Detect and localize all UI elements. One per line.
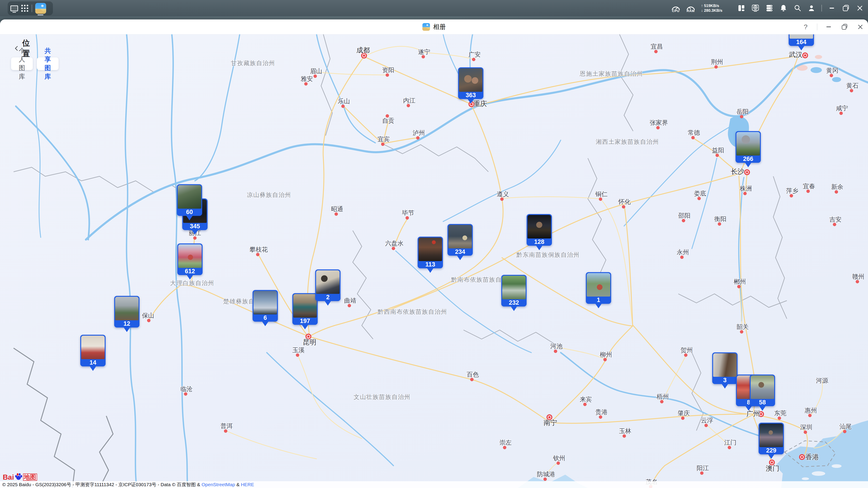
map-label-city: 永州 (677, 248, 689, 256)
photo-cluster-marker[interactable]: 2 (315, 269, 341, 301)
map-label-city: 资阳 (382, 66, 394, 74)
cpu-label: CPU (672, 9, 679, 12)
map-canvas[interactable]: 甘孜藏族自治州凉山彝族自治州大理白族自治州楚雄彝族自治州文山壮族苗族自治州黔西南… (0, 34, 868, 488)
launcher-grid-icon[interactable] (21, 5, 29, 12)
shutter-minimize-icon[interactable] (828, 4, 836, 12)
map-label-city: 普洱 (220, 422, 232, 430)
ram-label: RAM (687, 9, 695, 12)
ram-monitor-icon[interactable]: RAM (686, 4, 695, 12)
map-label-city: 新余 (831, 183, 843, 191)
openstreetmap-link[interactable]: OpenStreetMap (202, 482, 235, 487)
photo-cluster-marker[interactable]: 3 (712, 352, 738, 384)
map-label-city: 遂宁 (418, 48, 430, 56)
tab-shared-gallery[interactable]: 共享图库 (37, 57, 59, 70)
photo-cluster-marker[interactable]: 266 (736, 131, 761, 163)
photo-cluster-marker[interactable]: 128 (527, 214, 552, 246)
map-label-region: 黔东南苗族侗族自治州 (517, 251, 580, 259)
map-label-city: 韶关 (736, 323, 749, 331)
photo-cluster-marker[interactable]: 58 (750, 375, 775, 406)
upload-speed: ↑ 519KB/s (701, 3, 723, 8)
photo-cluster-marker[interactable]: 234 (447, 224, 473, 256)
cluster-photo-count: 234 (447, 249, 473, 256)
map-label-city: 惠州 (805, 406, 817, 415)
active-app-indicator (37, 14, 43, 15)
minimize-button[interactable] (824, 22, 833, 31)
cluster-photo-count: 2 (315, 294, 341, 301)
map-label-city: 萍乡 (786, 187, 798, 195)
map-label-city: 保山 (142, 312, 154, 320)
map-label-city: 株洲 (740, 185, 752, 193)
cluster-photo-thumbnail (178, 245, 202, 268)
photo-cluster-marker[interactable]: 14 (80, 335, 105, 366)
download-speed: ↓ 280.3KB/s (701, 8, 723, 13)
help-button[interactable]: ? (801, 22, 810, 31)
map-label-region: 恩施土家族苗族自治州 (580, 70, 643, 78)
user-account-icon[interactable] (807, 4, 815, 12)
notification-bell-icon[interactable] (779, 4, 787, 12)
map-label-city: 铜仁 (595, 190, 608, 198)
server-list-icon[interactable] (765, 4, 774, 12)
map-label-city: 云浮 (701, 416, 713, 424)
attribution-text: © 2025 Baidu - GS(2023)3206号 - 甲测资字11111… (2, 482, 202, 487)
windows-overlap-icon[interactable] (842, 4, 850, 12)
photo-cluster-marker[interactable]: 363 (458, 67, 484, 99)
map-label-city: 贺州 (681, 346, 693, 354)
map-label-city: 钦州 (553, 454, 565, 462)
tab-personal-gallery[interactable]: 个人图库 (11, 57, 33, 70)
baidu-logo-text: Bai (3, 474, 14, 481)
map-label-city: 江门 (724, 438, 736, 447)
cluster-photo-count: 3 (712, 377, 738, 384)
cluster-photo-thumbnail (751, 376, 774, 399)
map-label-city: 益阳 (712, 146, 724, 154)
cluster-photo-thumbnail (316, 270, 340, 294)
map-label-city: 常德 (688, 129, 700, 137)
cluster-photo-thumbnail (253, 291, 277, 315)
map-label-capital: 香港 (805, 453, 819, 462)
close-button[interactable] (856, 22, 865, 31)
remote-display-icon[interactable] (751, 4, 760, 12)
system-top-bar: CPU RAM ↑ 519KB/s ↓ 280.3KB/s (0, 0, 868, 16)
map-label-region: 凉山彝族自治州 (247, 191, 291, 199)
map-label-city: 贵港 (595, 408, 608, 416)
cluster-photo-thumbnail (713, 353, 737, 377)
map-label-city: 阳江 (696, 464, 709, 472)
photo-cluster-marker[interactable]: 229 (758, 423, 784, 454)
baidu-paw-icon (14, 473, 23, 481)
controls-divider (817, 24, 817, 30)
map-label-city: 深圳 (800, 423, 812, 431)
photo-cluster-marker[interactable]: 164 (788, 34, 814, 46)
marker-pointer (721, 384, 728, 389)
marker-pointer (798, 45, 805, 51)
show-desktop-icon[interactable] (10, 5, 18, 11)
window-title: 相册 (433, 23, 446, 31)
workspace-panel-icon[interactable] (737, 4, 745, 12)
baidu-map-logo: Bai 地图 (3, 473, 37, 481)
cluster-photo-thumbnail (115, 297, 138, 320)
photo-cluster-marker[interactable]: 12 (114, 296, 140, 327)
cluster-photo-count: 128 (527, 238, 552, 246)
cluster-photo-thumbnail (527, 215, 551, 238)
maximize-restore-button[interactable] (840, 22, 849, 31)
cluster-photo-count: 229 (758, 447, 784, 454)
session-close-icon[interactable] (856, 4, 864, 12)
photo-cluster-marker[interactable]: 113 (417, 237, 443, 268)
photo-cluster-marker[interactable]: 197 (292, 293, 318, 325)
cluster-photo-count: 164 (788, 39, 814, 46)
album-app-taskbar-icon[interactable] (35, 3, 46, 14)
titlebar[interactable]: 相册 ? (0, 20, 868, 34)
network-speed[interactable]: ↑ 519KB/s ↓ 280.3KB/s (701, 3, 723, 13)
here-link[interactable]: HERE (241, 482, 254, 487)
photo-cluster-marker[interactable]: 6 (253, 290, 278, 322)
cpu-monitor-icon[interactable]: CPU (671, 4, 680, 12)
map-label-city: 眉山 (310, 67, 322, 75)
photo-cluster-marker[interactable]: 232 (501, 275, 527, 306)
photo-cluster-marker[interactable]: 60 (177, 184, 202, 216)
map-label-capital: 昆明 (303, 338, 316, 347)
photo-cluster-marker[interactable]: 612 (177, 243, 203, 275)
marker-pointer (745, 406, 752, 411)
search-icon[interactable] (794, 4, 802, 12)
photo-cluster-marker[interactable]: 1 (586, 272, 611, 304)
cluster-photo-thumbnail (502, 276, 526, 299)
map-label-city: 毕节 (402, 209, 414, 217)
cluster-photo-count: 363 (458, 92, 484, 99)
